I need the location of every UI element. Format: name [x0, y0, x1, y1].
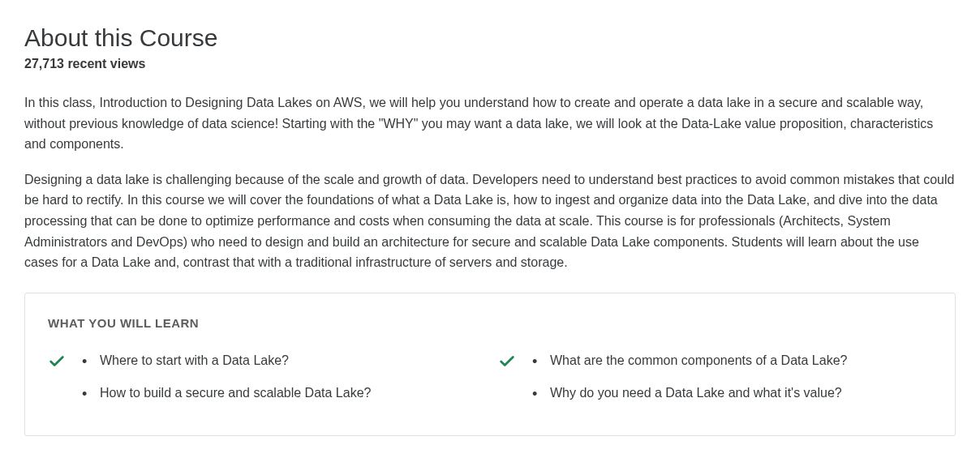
wywl-column: Where to start with a Data Lake? How to …: [48, 351, 482, 416]
wywl-item: Where to start with a Data Lake?: [79, 351, 482, 370]
recent-views: 27,713 recent views: [24, 57, 956, 71]
wywl-item: How to build a secure and scalable Data …: [79, 383, 482, 403]
page-title: About this Course: [24, 24, 956, 52]
wywl-item: What are the common components of a Data…: [529, 351, 932, 370]
what-you-will-learn-box: WHAT YOU WILL LEARN Where to start with …: [24, 293, 956, 436]
what-you-will-learn-grid: Where to start with a Data Lake? How to …: [48, 351, 932, 416]
wywl-item: Why do you need a Data Lake and what it'…: [529, 383, 932, 403]
check-icon: [498, 353, 516, 370]
description-paragraph: In this class, Introduction to Designing…: [24, 92, 956, 155]
what-you-will-learn-heading: WHAT YOU WILL LEARN: [48, 316, 932, 330]
wywl-list: What are the common components of a Data…: [529, 351, 932, 416]
course-description: In this class, Introduction to Designing…: [24, 92, 956, 273]
description-paragraph: Designing a data lake is challenging bec…: [24, 169, 956, 273]
wywl-column: What are the common components of a Data…: [498, 351, 932, 416]
wywl-list: Where to start with a Data Lake? How to …: [79, 351, 482, 416]
check-icon: [48, 353, 66, 370]
